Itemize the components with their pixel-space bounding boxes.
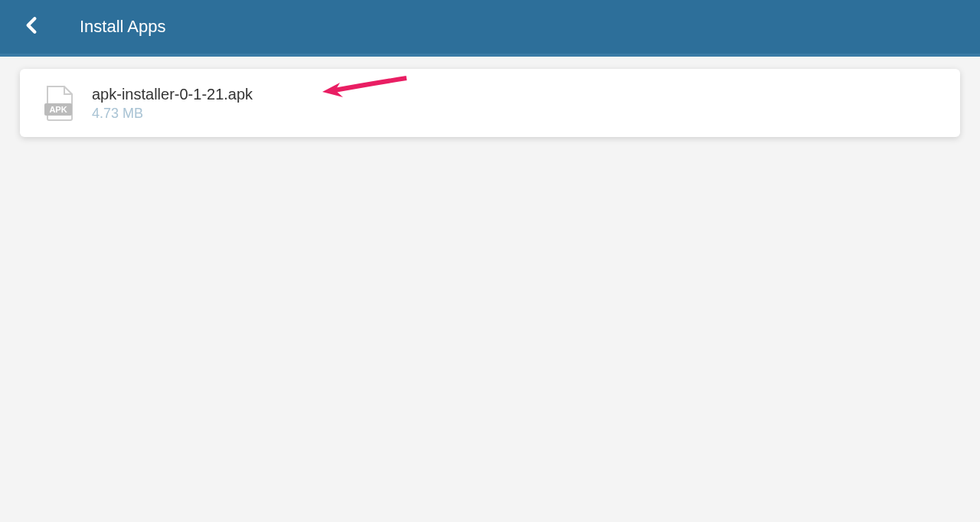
apk-file-card[interactable]: APK apk-installer-0-1-21.apk 4.73 MB (20, 69, 960, 137)
app-header: Install Apps (0, 0, 980, 57)
svg-text:APK: APK (49, 105, 67, 114)
back-button[interactable] (15, 7, 47, 47)
apk-file-icon: APK (43, 85, 75, 122)
back-chevron-icon (21, 13, 41, 41)
file-size: 4.73 MB (92, 106, 937, 122)
file-info: apk-installer-0-1-21.apk 4.73 MB (92, 84, 937, 122)
file-name: apk-installer-0-1-21.apk (92, 84, 937, 104)
content-area: APK apk-installer-0-1-21.apk 4.73 MB (0, 57, 980, 149)
annotation-arrow-icon (318, 72, 410, 106)
page-title: Install Apps (80, 17, 166, 37)
